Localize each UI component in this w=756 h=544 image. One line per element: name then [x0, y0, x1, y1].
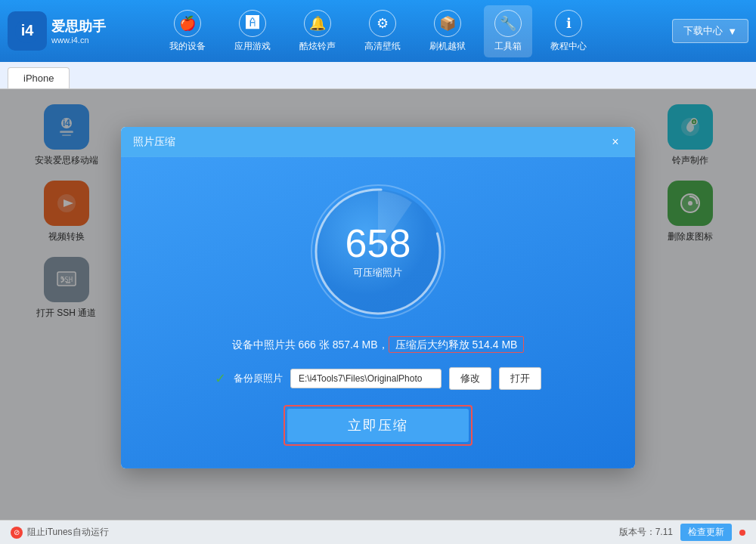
- svg-text:i4: i4: [21, 22, 35, 39]
- info-row: 设备中照片共 666 张 857.4 MB，压缩后大约释放 514.4 MB: [232, 338, 525, 352]
- backup-row: ✓ 备份原照片 修改 打开: [215, 367, 541, 390]
- backup-path-input[interactable]: [290, 369, 442, 388]
- wallpaper-icon: ⚙: [369, 10, 396, 37]
- apps-icon: 🅰: [239, 10, 266, 37]
- download-center-button[interactable]: 下载中心 ▼: [672, 19, 748, 43]
- photo-count-label: 可压缩照片: [345, 266, 411, 280]
- bottom-right: 版本号：7.11 检查更新: [619, 524, 745, 541]
- info-highlight: 压缩后大约释放 514.4 MB: [389, 336, 525, 353]
- nav-items: 🍎 我的设备 🅰 应用游戏 🔔 酷炫铃声 ⚙ 高清壁纸 📦 刷机越狱 🔧 工具箱…: [106, 5, 650, 57]
- nav-item-ringtones[interactable]: 🔔 酷炫铃声: [289, 5, 346, 57]
- photo-count-gauge: 658 可压缩照片: [306, 180, 450, 323]
- photo-count-number: 658: [345, 224, 411, 263]
- update-notification-dot: [739, 530, 745, 536]
- backup-check-icon: ✓: [215, 370, 226, 387]
- logo-area: i4 爱思助手 www.i4.cn: [8, 11, 106, 51]
- modify-button[interactable]: 修改: [449, 367, 491, 390]
- top-nav: i4 爱思助手 www.i4.cn 🍎 我的设备 🅰 应用游戏 🔔 酷炫铃声 ⚙…: [0, 0, 756, 62]
- nav-item-wallpapers[interactable]: ⚙ 高清壁纸: [354, 5, 411, 57]
- download-arrow-icon: ▼: [727, 26, 737, 37]
- dialog-body: 658 可压缩照片 设备中照片共 666 张 857.4 MB，压缩后大约释放 …: [121, 157, 635, 468]
- photo-compress-dialog: 照片压缩 ×: [121, 127, 635, 468]
- logo-icon: i4: [8, 11, 47, 51]
- main-content: i4 安装爱思移动端 视频转换 SSH: [0, 89, 756, 520]
- stop-itunes-label: 阻止iTunes自动运行: [27, 526, 109, 539]
- compress-button-wrapper: 立即压缩: [284, 405, 472, 446]
- nav-item-jailbreak[interactable]: 📦 刷机越狱: [419, 5, 476, 57]
- apple-icon: 🍎: [174, 10, 201, 37]
- open-button[interactable]: 打开: [499, 367, 541, 390]
- info-text-before: 设备中照片共 666 张 857.4 MB，: [232, 338, 389, 351]
- close-button[interactable]: ×: [608, 134, 623, 150]
- nav-right: 下载中心 ▼: [650, 19, 748, 43]
- dialog-title-bar: 照片压缩 ×: [121, 127, 635, 157]
- compress-button[interactable]: 立即压缩: [287, 409, 469, 442]
- logo-text: 爱思助手 www.i4.cn: [51, 17, 106, 45]
- tab-iphone[interactable]: iPhone: [8, 67, 70, 88]
- dialog-title-text: 照片压缩: [133, 135, 175, 149]
- nav-item-my-device[interactable]: 🍎 我的设备: [159, 5, 216, 57]
- bottom-bar: ⊘ 阻止iTunes自动运行 版本号：7.11 检查更新: [0, 520, 756, 544]
- info-icon: ℹ: [555, 10, 582, 37]
- tab-bar: iPhone: [0, 62, 756, 89]
- bell-icon: 🔔: [304, 10, 331, 37]
- jailbreak-icon: 📦: [434, 10, 461, 37]
- circle-center: 658 可压缩照片: [345, 224, 411, 280]
- backup-label: 备份原照片: [234, 372, 283, 385]
- toolbox-icon: 🔧: [494, 10, 522, 37]
- nav-item-tutorials[interactable]: ℹ 教程中心: [540, 5, 597, 57]
- nav-item-apps-games[interactable]: 🅰 应用游戏: [224, 5, 281, 57]
- version-label: 版本号：7.11: [619, 526, 673, 539]
- stop-itunes-icon: ⊘: [11, 527, 23, 539]
- check-update-button[interactable]: 检查更新: [680, 524, 732, 541]
- bottom-left: ⊘ 阻止iTunes自动运行: [11, 526, 109, 539]
- nav-item-toolbox[interactable]: 🔧 工具箱: [484, 5, 532, 57]
